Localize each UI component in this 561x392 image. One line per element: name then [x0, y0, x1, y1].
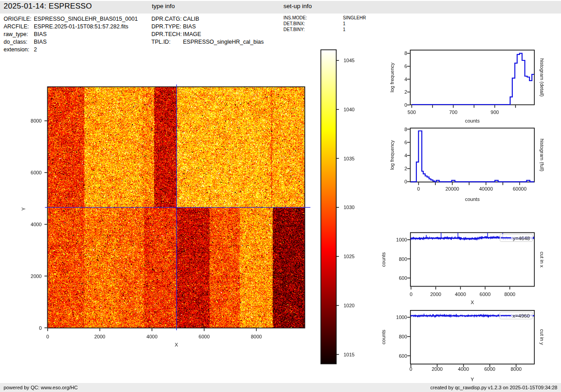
- svg-text:2000: 2000: [31, 273, 41, 279]
- svg-text:1000: 1000: [396, 315, 407, 320]
- svg-text:8000: 8000: [31, 118, 41, 123]
- svg-text:0: 0: [410, 366, 412, 372]
- svg-text:1015: 1015: [344, 352, 355, 357]
- svg-text:4: 4: [404, 153, 407, 158]
- svg-text:2: 2: [404, 166, 407, 171]
- svg-text:y=4648: y=4648: [513, 236, 530, 241]
- svg-text:counts: counts: [465, 118, 480, 123]
- svg-text:8: 8: [404, 50, 407, 56]
- svg-text:1040: 1040: [344, 107, 355, 112]
- svg-text:x=4960: x=4960: [513, 313, 530, 319]
- svg-text:40000: 40000: [479, 186, 493, 191]
- svg-text:4000: 4000: [455, 292, 466, 297]
- svg-text:6: 6: [404, 140, 407, 145]
- svg-text:60000: 60000: [513, 186, 527, 191]
- svg-text:1020: 1020: [344, 303, 355, 308]
- svg-text:counts: counts: [465, 196, 480, 202]
- svg-text:6000: 6000: [484, 366, 495, 372]
- svg-text:Y: Y: [21, 207, 26, 210]
- svg-text:counts: counts: [381, 252, 386, 267]
- svg-text:histogram (full): histogram (full): [539, 139, 545, 172]
- svg-text:6: 6: [404, 64, 407, 69]
- svg-text:0: 0: [404, 102, 407, 108]
- svg-text:2: 2: [404, 89, 407, 95]
- svg-text:1035: 1035: [344, 156, 355, 161]
- svg-text:0: 0: [417, 186, 420, 191]
- svg-text:4000: 4000: [458, 366, 469, 372]
- svg-text:X: X: [175, 342, 178, 347]
- svg-text:0: 0: [46, 334, 49, 339]
- svg-text:600: 600: [399, 275, 407, 281]
- svg-text:20000: 20000: [445, 186, 459, 191]
- svg-text:6000: 6000: [479, 292, 490, 297]
- svg-text:1045: 1045: [344, 58, 355, 63]
- svg-text:counts: counts: [381, 329, 386, 344]
- svg-text:1030: 1030: [344, 205, 355, 210]
- svg-text:cut in x: cut in x: [539, 252, 545, 268]
- svg-text:900: 900: [491, 109, 499, 115]
- svg-text:2000: 2000: [430, 292, 441, 297]
- svg-text:log frequency: log frequency: [389, 140, 395, 170]
- svg-text:2000: 2000: [432, 366, 442, 372]
- svg-text:800: 800: [399, 256, 407, 262]
- svg-text:8000: 8000: [251, 334, 262, 339]
- svg-text:8000: 8000: [504, 292, 515, 297]
- svg-text:log frequency: log frequency: [389, 62, 395, 92]
- svg-text:6000: 6000: [31, 170, 41, 175]
- svg-text:600: 600: [399, 353, 407, 359]
- svg-text:800: 800: [399, 334, 407, 339]
- svg-text:8: 8: [404, 127, 407, 132]
- svg-text:700: 700: [449, 109, 457, 115]
- svg-text:8000: 8000: [511, 366, 521, 372]
- svg-text:6000: 6000: [199, 334, 210, 339]
- svg-text:4: 4: [404, 77, 407, 82]
- svg-text:500: 500: [408, 109, 416, 115]
- svg-text:2000: 2000: [94, 334, 105, 339]
- svg-text:1000: 1000: [396, 237, 407, 242]
- svg-text:Y: Y: [471, 377, 474, 382]
- svg-text:4000: 4000: [31, 222, 41, 227]
- svg-text:cut in y: cut in y: [539, 329, 545, 345]
- svg-text:0: 0: [39, 325, 41, 331]
- svg-text:histogram (detail): histogram (detail): [539, 59, 545, 97]
- svg-text:1025: 1025: [344, 254, 355, 259]
- svg-text:X: X: [471, 300, 474, 305]
- svg-text:0: 0: [410, 292, 412, 297]
- svg-text:4000: 4000: [146, 334, 157, 339]
- svg-text:0: 0: [404, 179, 407, 184]
